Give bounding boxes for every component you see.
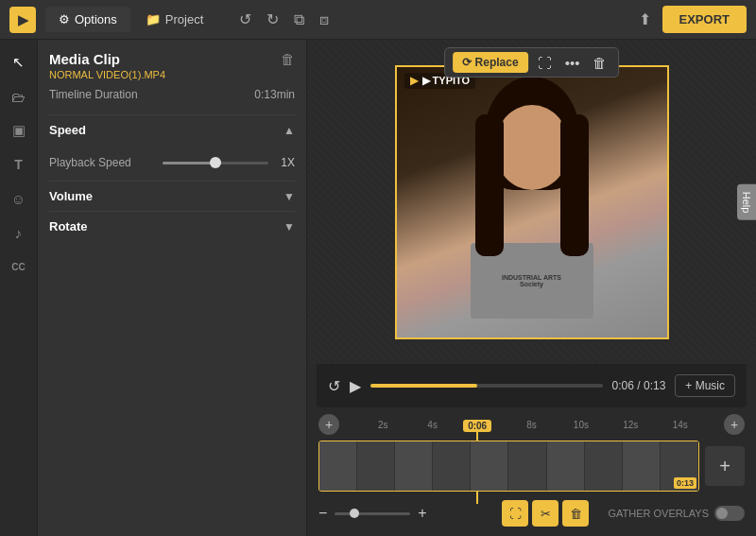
toolbar-tabs: ⚙ Options 📁 Project [45,7,216,32]
help-button[interactable]: Help [737,183,756,220]
options-panel: Media Clip NORMAL VIDEO(1).MP4 🗑 Timelin… [38,40,307,536]
floating-toolbar: ⟳ Replace ⛶ ••• 🗑 [444,47,620,78]
add-music-button[interactable]: + Music [675,374,735,397]
speed-value: 1X [276,156,295,169]
zoom-in-button[interactable]: + [418,505,426,522]
timeline-ruler: + 2s 4s 6s 8s 10s 12s 14s + [318,415,745,434]
replace-button[interactable]: ⟳ Replace [453,52,528,73]
playback-speed-row: Playback Speed 1X [49,152,295,173]
share-button[interactable]: ⬆ [635,7,655,32]
video-canvas: INDUSTRIAL ARTS Society ▶ ▶ TYPITO Help [307,40,756,364]
icon-sidebar: ↖ 🗁 ▣ T ☺ ♪ CC [0,40,38,536]
speed-slider-track[interactable] [163,162,268,164]
undo-button[interactable]: ↺ [235,7,255,32]
crop-button[interactable]: ⛶ [534,53,556,73]
tab-options[interactable]: ⚙ Options [45,7,130,32]
speed-label: Speed [49,123,86,137]
timeline-add-left-button[interactable]: + [318,414,339,435]
timeline-bottom: − + ⛶ ✂ 🗑 GATHER OVERLAYS [318,494,745,528]
timeline-thumb-7 [547,441,585,491]
timeline-duration-value: 0:13min [254,88,295,101]
copy-button[interactable]: ⧉ [290,8,308,32]
export-button[interactable]: EXPORT [662,6,747,33]
ruler-label-14s: 14s [656,420,705,430]
timeline-ruler-labels: 2s 4s 6s 8s 10s 12s 14s [358,420,705,430]
player-current-time: 0:06 / 0:13 [612,379,666,392]
delete-clip-button[interactable]: 🗑 [589,53,610,73]
sidebar-item-folder[interactable]: 🗁 [4,81,34,112]
speed-chevron-icon: ▲ [284,124,295,137]
sidebar-item-media[interactable]: ▣ [4,115,34,146]
playback-speed-label: Playback Speed [49,156,155,169]
rotate-chevron-icon: ▼ [284,220,295,233]
options-icon: ⚙ [59,12,70,26]
media-clip-header: Media Clip NORMAL VIDEO(1).MP4 🗑 [49,51,295,80]
logo: ▶ [9,7,36,33]
gather-overlays-toggle[interactable] [714,506,745,521]
media-clip-title: Media Clip [49,51,165,67]
replace-icon: ⟳ [462,56,472,69]
timeline-add-right-btn[interactable]: + [724,414,745,435]
timeline-thumb-1 [319,441,357,491]
sidebar-item-caption[interactable]: CC [4,251,34,282]
timeline-thumb-5 [471,441,508,491]
timeline-area: + 2s 4s 6s 8s 10s 12s 14s + 0:06 [307,407,756,536]
redo-button[interactable]: ↻ [263,7,283,32]
timeline-thumb-2 [357,441,395,491]
timeline-track: 0:06 [318,438,745,494]
ruler-label-2s: 2s [358,420,407,430]
toolbar-right: ⬆ EXPORT [635,6,747,33]
zoom-slider-thumb[interactable] [350,509,359,518]
video-frame: INDUSTRIAL ARTS Society ▶ ▶ TYPITO [395,65,669,339]
timeline-track-container: 0:06 [318,441,699,492]
timeline-strip-inner [319,441,698,491]
player-controls: ↺ ▶ 0:06 / 0:13 + Music [317,364,747,407]
ruler-label-12s: 12s [606,420,655,430]
paste-button[interactable]: ⧈ [316,8,333,32]
more-button[interactable]: ••• [561,53,584,73]
timeline-add-clip-button[interactable]: + [705,446,745,486]
gather-overlays-label: GATHER OVERLAYS [608,508,709,519]
clip-split-button[interactable]: ✂ [532,500,558,527]
clip-crop-button[interactable]: ⛶ [502,500,528,527]
media-clip-info: Media Clip NORMAL VIDEO(1).MP4 [49,51,165,80]
play-button[interactable]: ▶ [350,377,361,395]
player-progress-fill [370,384,477,388]
timeline-thumb-9 [623,441,661,491]
video-content: INDUSTRIAL ARTS Society [397,67,667,337]
ruler-label-10s: 10s [557,420,606,430]
clip-delete-button[interactable]: 🗑 [562,500,589,527]
volume-label: Volume [49,189,93,203]
zoom-slider[interactable] [335,512,410,515]
toggle-knob [716,508,728,519]
player-progress-bar[interactable] [370,384,603,388]
sidebar-item-music[interactable]: ♪ [4,217,34,248]
timeline-duration-label: Timeline Duration [49,88,138,101]
ruler-label-4s: 4s [407,420,456,430]
speed-slider-thumb[interactable] [210,157,221,168]
timeline-thumb-3 [395,441,433,491]
sidebar-item-select[interactable]: ↖ [4,47,34,78]
sidebar-item-emoji[interactable]: ☺ [4,183,34,214]
rotate-section-header[interactable]: Rotate ▼ [49,211,295,241]
clip-tools: ⛶ ✂ 🗑 [502,500,589,527]
volume-chevron-icon: ▼ [284,190,295,203]
timeline-strip[interactable]: 0:13 [318,441,699,492]
playhead-badge: 0:06 [463,420,491,432]
timeline-thumb-8 [585,441,623,491]
zoom-out-button[interactable]: − [318,505,327,522]
media-clip-delete-button[interactable]: 🗑 [281,51,295,67]
toolbar-actions: ↺ ↻ ⧉ ⧈ [235,7,333,32]
sidebar-item-text[interactable]: T [4,149,34,180]
tab-project[interactable]: 📁 Project [132,7,216,32]
timeline-thumb-4 [433,441,471,491]
volume-section-header[interactable]: Volume ▼ [49,181,295,211]
rotate-label: Rotate [49,219,87,233]
timeline-duration-row: Timeline Duration 0:13min [49,88,295,101]
speed-section-header[interactable]: Speed ▲ [49,114,295,145]
speed-section: Playback Speed 1X [49,145,295,181]
timeline-end-badge: 0:13 [674,477,696,489]
main-content: ↖ 🗁 ▣ T ☺ ♪ CC Media Clip NORMAL VIDEO(1… [0,40,756,536]
replay-button[interactable]: ↺ [328,377,340,395]
typito-logo-icon: ▶ [410,75,418,86]
